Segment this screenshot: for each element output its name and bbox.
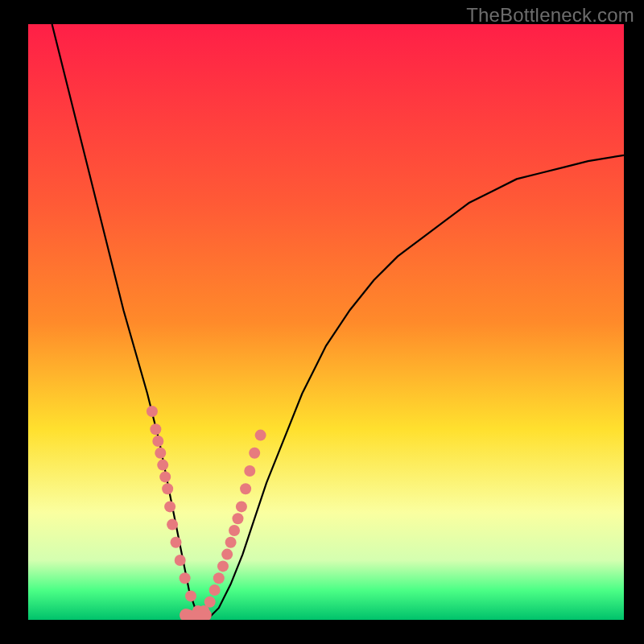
data-marker xyxy=(167,519,178,530)
data-marker xyxy=(213,572,225,584)
data-marker xyxy=(152,436,163,447)
data-marker xyxy=(150,423,161,435)
bottom-marker-blob xyxy=(186,615,205,617)
data-marker xyxy=(229,525,240,536)
data-marker xyxy=(249,448,260,459)
data-marker xyxy=(180,572,191,584)
data-marker xyxy=(221,549,233,560)
data-marker xyxy=(175,555,186,566)
data-marker xyxy=(255,430,266,441)
data-marker xyxy=(171,537,182,548)
data-marker xyxy=(236,501,247,512)
chart-svg xyxy=(28,24,624,620)
data-marker xyxy=(155,448,166,459)
data-marker xyxy=(232,513,243,524)
data-marker xyxy=(164,501,175,512)
data-marker xyxy=(159,471,171,482)
data-marker xyxy=(217,560,229,572)
watermark-text: TheBottleneck.com xyxy=(466,4,634,27)
data-marker xyxy=(162,483,173,494)
data-marker xyxy=(204,597,216,608)
data-marker xyxy=(244,465,255,477)
data-marker xyxy=(240,483,251,494)
data-marker xyxy=(209,584,221,596)
data-marker xyxy=(225,537,237,548)
svg-rect-0 xyxy=(28,24,624,620)
data-marker xyxy=(185,590,196,601)
plot-area xyxy=(28,24,624,620)
data-marker xyxy=(157,460,168,471)
outer-frame: TheBottleneck.com xyxy=(0,0,644,644)
data-marker xyxy=(147,406,158,417)
